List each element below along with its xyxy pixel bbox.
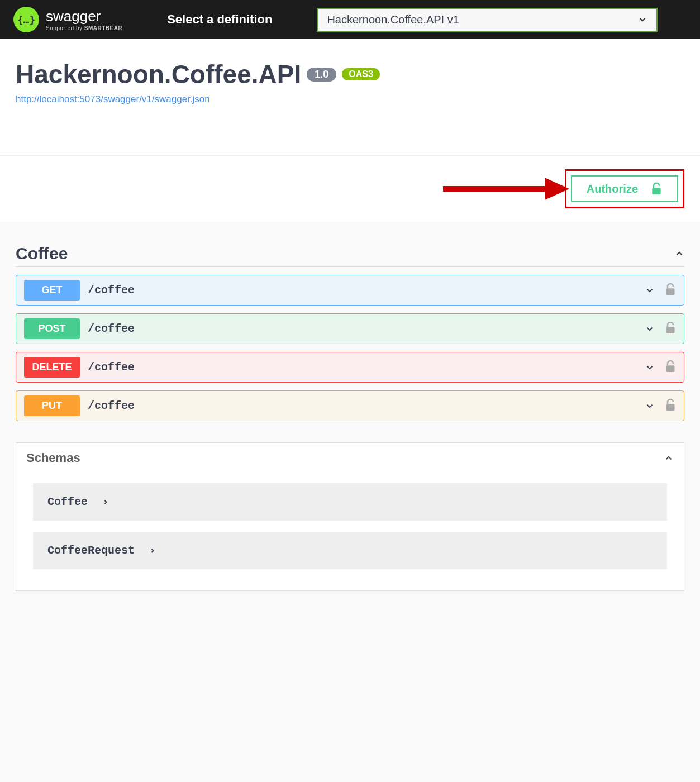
svg-rect-4 (666, 327, 675, 333)
tag-header[interactable]: Coffee (16, 244, 684, 267)
version-badge: 1.0 (307, 68, 336, 82)
chevron-down-icon (637, 15, 647, 25)
schemas-box: Schemas CoffeeCoffeeRequest (16, 442, 684, 591)
chevron-down-icon (645, 363, 655, 373)
swagger-logo-text: swagger Supported by SMARTBEAR (46, 8, 122, 31)
swagger-logo[interactable]: {…} swagger Supported by SMARTBEAR (13, 7, 122, 32)
operation-path: /coffee (88, 361, 637, 374)
operation-row-delete[interactable]: DELETE/coffee (16, 352, 684, 383)
schema-item[interactable]: CoffeeRequest (33, 532, 667, 569)
chevron-right-icon (102, 499, 109, 506)
api-title-text: Hackernoon.Coffee.API (16, 59, 301, 89)
logo-sub-prefix: Supported by (46, 25, 84, 31)
lock-icon[interactable] (665, 283, 676, 298)
operation-path: /coffee (88, 322, 637, 335)
schema-name: CoffeeRequest (47, 544, 135, 557)
annotation-arrow-icon (441, 174, 569, 203)
topbar: {…} swagger Supported by SMARTBEAR Selec… (0, 0, 700, 39)
chevron-up-icon (664, 453, 674, 463)
method-badge: POST (24, 318, 80, 339)
operation-row-get[interactable]: GET/coffee (16, 275, 684, 306)
lock-icon[interactable] (665, 321, 676, 337)
svg-rect-5 (666, 365, 675, 372)
swagger-logo-icon: {…} (13, 7, 39, 32)
operation-path: /coffee (88, 284, 637, 297)
operations-section: Coffee GET/coffeePOST/coffeeDELETE/coffe… (0, 222, 700, 437)
tag-name: Coffee (16, 244, 68, 263)
logo-sub-bold: SMARTBEAR (84, 25, 122, 31)
schemas-heading: Schemas (26, 451, 80, 465)
scheme-section: Authorize (0, 155, 700, 222)
swagger-json-link[interactable]: http://localhost:5073/swagger/v1/swagger… (16, 94, 684, 105)
operation-row-post[interactable]: POST/coffee (16, 313, 684, 344)
schemas-section: Schemas CoffeeCoffeeRequest (0, 437, 700, 613)
schema-name: Coffee (47, 495, 88, 508)
operation-row-put[interactable]: PUT/coffee (16, 390, 684, 421)
schemas-list: CoffeeCoffeeRequest (16, 473, 684, 590)
chevron-down-icon (645, 401, 655, 411)
method-badge: GET (24, 280, 80, 301)
api-title: Hackernoon.Coffee.API 1.0 OAS3 (16, 59, 380, 89)
svg-marker-1 (545, 178, 569, 200)
svg-rect-3 (666, 288, 675, 295)
svg-rect-2 (652, 188, 660, 194)
lock-icon[interactable] (665, 398, 676, 414)
authorize-button-label: Authorize (587, 183, 638, 196)
chevron-right-icon (149, 547, 156, 554)
chevron-down-icon (645, 324, 655, 334)
authorize-button[interactable]: Authorize (571, 175, 678, 202)
method-badge: PUT (24, 395, 80, 416)
schema-item[interactable]: Coffee (33, 483, 667, 521)
oas-badge: OAS3 (342, 68, 380, 80)
method-badge: DELETE (24, 357, 80, 378)
logo-sub-text: Supported by SMARTBEAR (46, 25, 122, 31)
chevron-up-icon (674, 249, 684, 259)
info-section: Hackernoon.Coffee.API 1.0 OAS3 http://lo… (0, 39, 700, 155)
definition-label: Select a definition (167, 12, 272, 27)
chevron-down-icon (645, 285, 655, 295)
definition-select[interactable]: Hackernoon.Coffee.API v1 (317, 8, 658, 32)
operation-path: /coffee (88, 399, 637, 412)
lock-icon[interactable] (665, 360, 676, 375)
authorize-highlight-box: Authorize (565, 169, 684, 208)
unlock-icon (650, 182, 663, 196)
schemas-header[interactable]: Schemas (16, 443, 684, 473)
svg-rect-6 (666, 404, 675, 411)
logo-main-text: swagger (46, 8, 122, 25)
definition-selected-value: Hackernoon.Coffee.API v1 (327, 13, 459, 26)
operations-list: GET/coffeePOST/coffeeDELETE/coffeePUT/co… (16, 275, 684, 421)
